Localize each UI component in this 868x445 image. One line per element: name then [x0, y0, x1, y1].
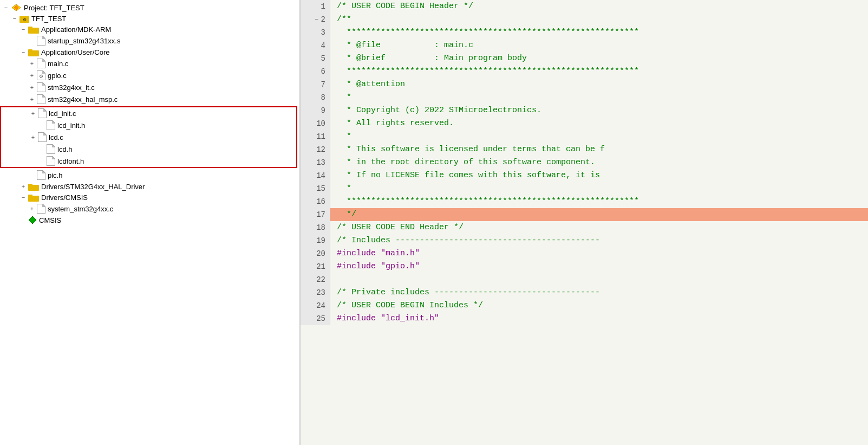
line-number-17: 17 [301, 208, 330, 221]
project-tree[interactable]: − Project: TFT_TEST − ⚙ TFT_TEST − [0, 0, 301, 445]
expand-icon-startup [28, 37, 36, 44]
code-line-9[interactable]: 9 * Copyright (c) 2022 STMicroelectronic… [301, 104, 868, 117]
code-line-3[interactable]: 3 **************************************… [301, 26, 868, 39]
expand-icon[interactable]: − [2, 4, 10, 11]
code-content-14: * If no LICENSE file comes with this sof… [330, 169, 868, 182]
code-line-20[interactable]: 20 #include "main.h" [301, 247, 868, 260]
code-line-24[interactable]: 24 /* USER CODE BEGIN Includes */ [301, 299, 868, 312]
code-line-19[interactable]: 19 /* Includes -------------------------… [301, 234, 868, 247]
expand-icon-user[interactable]: − [19, 48, 27, 56]
tree-item-lcd-c[interactable]: + lcd.c [1, 131, 296, 143]
tree-item-project-root[interactable]: − Project: TFT_TEST [0, 2, 299, 13]
tree-item-cmsis[interactable]: CMSIS [0, 215, 299, 225]
svg-rect-34 [28, 184, 32, 186]
line-number-10: 10 [301, 117, 330, 130]
svg-text:⚙: ⚙ [23, 17, 27, 22]
code-line-25[interactable]: 25 #include "lcd_init.h" [301, 312, 868, 325]
expand-icon-system[interactable]: + [28, 205, 36, 212]
tree-item-lcd-h[interactable]: lcd.h [1, 143, 296, 155]
code-content-24: /* USER CODE BEGIN Includes */ [330, 299, 868, 312]
expand-icon-main[interactable]: + [28, 60, 36, 67]
code-line-23[interactable]: 23 /* Private includes -----------------… [301, 286, 868, 299]
tree-item-pic-h[interactable]: pic.h [0, 169, 299, 181]
code-line-1[interactable]: 1 /* USER CODE BEGIN Header */ [301, 0, 868, 13]
code-content-25: #include "lcd_init.h" [330, 312, 868, 325]
expand-icon-lcdfont [38, 157, 45, 165]
code-line-17[interactable]: 17 */ [301, 208, 868, 221]
code-content-18: /* USER CODE END Header */ [330, 221, 868, 234]
code-editor[interactable]: 1 /* USER CODE BEGIN Header */ −2 /** 3 … [301, 0, 868, 445]
code-line-22[interactable]: 22 [301, 273, 868, 286]
svg-marker-12 [37, 59, 45, 68]
tree-item-drivers-stm32[interactable]: + Drivers/STM32G4xx_HAL_Driver [0, 181, 299, 192]
drivers-cmsis-label: Drivers/CMSIS [41, 194, 88, 202]
project-label: Project: TFT_TEST [24, 4, 84, 12]
expand-icon-lcd-init-h [38, 121, 45, 129]
code-line-16[interactable]: 16 *************************************… [301, 195, 868, 208]
code-content-4: * @file : main.c [330, 39, 868, 52]
file-icon-pic [37, 170, 45, 180]
code-line-6[interactable]: 6 **************************************… [301, 65, 868, 78]
code-line-7[interactable]: 7 * @attention [301, 78, 868, 91]
code-line-18[interactable]: 18 /* USER CODE END Header */ [301, 221, 868, 234]
code-content-6: ****************************************… [330, 65, 868, 78]
code-content-13: * in the root directory of this software… [330, 156, 868, 169]
code-line-12[interactable]: 12 * This software is licensed under ter… [301, 143, 868, 156]
code-area[interactable]: 1 /* USER CODE BEGIN Header */ −2 /** 3 … [301, 0, 868, 445]
file-icon-lcd-c [38, 132, 47, 142]
svg-marker-39 [29, 216, 36, 224]
expand-icon-it[interactable]: + [28, 83, 36, 91]
tree-item-system-c[interactable]: + system_stm32g4xx.c [0, 203, 299, 215]
tree-item-tft-test[interactable]: − ⚙ TFT_TEST [0, 13, 299, 24]
code-content-3: ****************************************… [330, 26, 868, 39]
line-number-6: 6 [301, 65, 330, 78]
tree-item-lcd-init-h[interactable]: lcd_init.h [1, 119, 296, 131]
line-number-9: 9 [301, 104, 330, 117]
tree-item-lcd-init-c[interactable]: + lcd_init.c [1, 107, 296, 119]
code-line-13[interactable]: 13 * in the root directory of this softw… [301, 156, 868, 169]
code-line-21[interactable]: 21 #include "gpio.h" [301, 260, 868, 273]
tree-item-drivers-cmsis[interactable]: − Drivers/CMSIS [0, 192, 299, 203]
code-content-11: * [330, 130, 868, 143]
line-number-12: 12 [301, 143, 330, 156]
code-line-8[interactable]: 8 * [301, 91, 868, 104]
tree-item-startup[interactable]: startup_stm32g431xx.s [0, 35, 299, 47]
code-line-10[interactable]: 10 * All rights reserved. [301, 117, 868, 130]
tree-item-app-user[interactable]: − Application/User/Core [0, 47, 299, 57]
tree-item-stm32-hal[interactable]: + stm32g4xx_hal_msp.c [0, 93, 299, 105]
tree-item-main-c[interactable]: + main.c [0, 57, 299, 69]
code-line-14[interactable]: 14 * If no LICENSE file comes with this … [301, 169, 868, 182]
code-line-4[interactable]: 4 * @file : main.c [301, 39, 868, 52]
code-line-2[interactable]: −2 /** [301, 13, 868, 26]
tree-item-app-mdk[interactable]: − Application/MDK-ARM [0, 24, 299, 35]
tree-item-stm32-it[interactable]: + stm32g4xx_it.c [0, 81, 299, 93]
line-number-25: 25 [301, 312, 330, 325]
expand-icon-lcd-c[interactable]: + [29, 133, 37, 141]
gear-folder-icon: ⚙ [19, 14, 29, 23]
code-line-11[interactable]: 11 * [301, 130, 868, 143]
file-icon-lcd-init-c [38, 108, 47, 118]
code-content-22 [330, 273, 868, 286]
tree-item-lcdfont-h[interactable]: lcdfont.h [1, 155, 296, 167]
file-icon-system [37, 204, 45, 214]
expand-icon-lcd-init-c[interactable]: + [29, 109, 37, 117]
pic-h-label: pic.h [48, 171, 62, 179]
code-content-9: * Copyright (c) 2022 STMicroelectronics. [330, 104, 868, 117]
code-line-5[interactable]: 5 * @brief : Main program body [301, 52, 868, 65]
expand-icon-mdk[interactable]: − [19, 25, 27, 33]
expand-icon-gpio[interactable]: + [28, 72, 36, 79]
expand-icon-cmsis [19, 216, 27, 224]
line-number-8: 8 [301, 91, 330, 104]
lcd-c-label: lcd.c [49, 133, 63, 141]
tree-item-gpio-c[interactable]: + ⚙ gpio.c [0, 69, 299, 81]
expand-icon-hal[interactable]: + [28, 95, 36, 103]
expand-icon-tft[interactable]: − [11, 15, 18, 22]
collapse-btn-2[interactable]: − [314, 13, 320, 26]
expand-icon-cmsis-folder[interactable]: − [19, 194, 27, 201]
code-line-15[interactable]: 15 * [301, 182, 868, 195]
svg-marker-27 [47, 144, 55, 154]
code-content-16: ****************************************… [330, 195, 868, 208]
line-number-22: 22 [301, 273, 330, 286]
expand-icon-drivers[interactable]: + [19, 183, 27, 190]
main-c-label: main.c [48, 60, 68, 68]
